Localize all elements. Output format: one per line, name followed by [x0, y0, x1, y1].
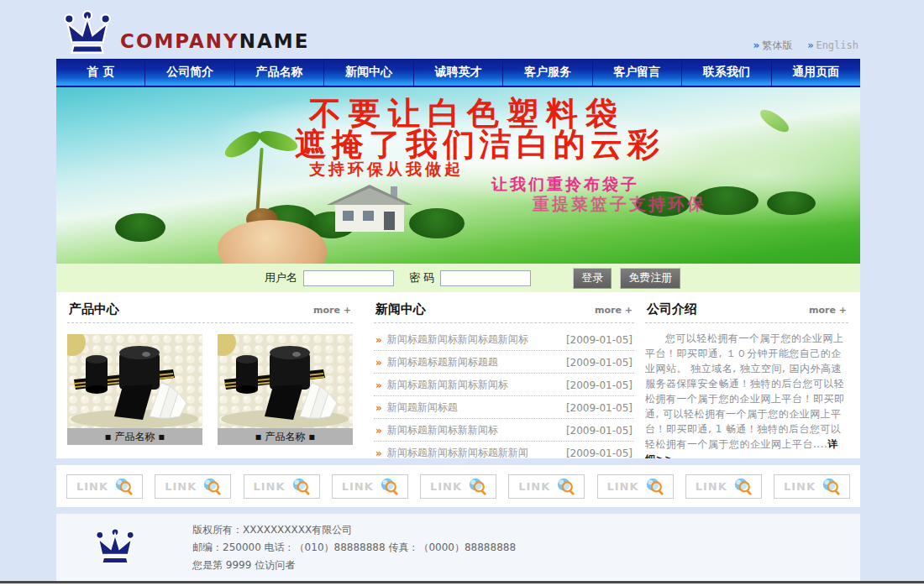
news-more-link[interactable]: more + [595, 305, 633, 316]
main-nav: 首 页 公司简介 产品名称 新闻中心 诚聘英才 客户服务 客户留言 联系我们 通… [56, 59, 860, 87]
nav-item-about[interactable]: 公司简介 [144, 59, 234, 86]
hero-banner: 不要让白色塑料袋 遮掩了我们洁白的云彩 支持环保从我做起 让我们重拎布袋子 重提… [56, 87, 860, 264]
news-item[interactable]: » 新闻标题新闻标新闻标题新闻标 [2009-01-05] [374, 328, 634, 351]
site-header: COMPANYNAME »繁体版 »English [56, 8, 860, 59]
visitor-counter: 您是第 9999 位访问者 [192, 557, 516, 574]
friend-link[interactable]: LINK [508, 474, 585, 499]
nav-item-service[interactable]: 客户服务 [502, 59, 591, 86]
news-date: [2009-01-05] [566, 357, 633, 369]
company-intro-header: 公司介绍 more + [645, 292, 848, 323]
contact-line: 邮编：250000 电话：（010）88888888 传真：（0000）8888… [192, 539, 516, 557]
tree-shape [115, 213, 165, 242]
language-switcher: »繁体版 »English [742, 39, 858, 53]
tree-shape [409, 208, 465, 238]
friend-links-strip: LINK LINK LINK LINK [56, 465, 860, 507]
nav-item-feedback[interactable]: 客户留言 [592, 59, 681, 86]
globe-search-icon [645, 477, 664, 495]
friend-link[interactable]: LINK [155, 474, 231, 499]
copyright-line: 版权所有：XXXXXXXXXX有限公司 [192, 521, 516, 539]
company-intro-title: 公司介绍 [647, 301, 697, 317]
product-card[interactable]: ▪ 产品名称 ▪ [67, 334, 202, 445]
leaf-shape [222, 125, 264, 163]
arrow-icon: » [375, 379, 382, 391]
news-date: [2009-01-05] [566, 334, 633, 346]
double-arrow-icon: » [807, 39, 813, 51]
nav-item-products[interactable]: 产品名称 [234, 59, 323, 86]
banner-subline: 支持环保从我做起 [309, 159, 464, 181]
arrow-icon: » [375, 357, 382, 369]
company-intro-text: 您可以轻松拥有一个属于您的企业网上平台！即买即通, １０分钟开能您自己的企业网站… [645, 331, 848, 458]
product-card[interactable]: ▪ 产品名称 ▪ [218, 334, 353, 445]
nav-item-jobs[interactable]: 诚聘英才 [413, 59, 502, 86]
product-caption: ▪ 产品名称 ▪ [67, 428, 202, 445]
friend-link[interactable]: LINK [66, 474, 143, 499]
news-center-header: 新闻中心 more + [374, 292, 634, 323]
password-label: 密 码 [409, 270, 434, 285]
globe-search-icon [822, 477, 840, 495]
news-date: [2009-01-05] [566, 402, 633, 414]
tree-shape [767, 191, 816, 215]
friend-link[interactable]: LINK [597, 474, 674, 499]
nav-item-contact[interactable]: 联系我们 [681, 59, 770, 86]
brand-company: COMPANY [120, 30, 239, 52]
product-photo [218, 334, 353, 428]
arrow-icon: » [375, 447, 382, 459]
banner-slogan-2: 重提菜篮子支持环保 [533, 193, 706, 216]
news-center-title: 新闻中心 [375, 301, 426, 317]
globe-search-icon [733, 477, 752, 495]
nav-item-news[interactable]: 新闻中心 [323, 59, 412, 86]
news-item[interactable]: » 新闻标题标题新闻标题题 [2009-01-05] [374, 351, 634, 374]
login-bar: 用户名 密 码 登录 免费注册 [56, 264, 860, 292]
globe-search-icon [291, 477, 310, 495]
hands-shape [218, 220, 327, 264]
about-more-link[interactable]: more + [809, 305, 847, 316]
company-intro-section: 公司介绍 more + 您可以轻松拥有一个属于您的企业网上平台！即买即通, １０… [645, 292, 848, 458]
product-center-title: 产品中心 [69, 301, 119, 317]
arrow-icon: » [375, 402, 382, 414]
news-date: [2009-01-05] [566, 379, 633, 391]
main-content: 产品中心 more + [56, 292, 860, 458]
news-item[interactable]: » 新闻标题新闻标新闻标题新新闻 [2009-01-05] [374, 442, 634, 458]
crown-logo-icon[interactable] [61, 10, 113, 57]
username-input[interactable] [303, 270, 394, 286]
friend-link[interactable]: LINK [774, 474, 850, 499]
news-item[interactable]: » 新闻题新闻标题 [2009-01-05] [374, 396, 634, 419]
product-caption: ▪ 产品名称 ▪ [218, 428, 353, 445]
product-center-header: 产品中心 more + [67, 292, 353, 323]
lang-traditional-link[interactable]: »繁体版 [753, 39, 793, 51]
password-input[interactable] [440, 270, 531, 286]
product-center-section: 产品中心 more + [67, 292, 353, 458]
globe-search-icon [380, 477, 398, 495]
globe-search-icon [202, 477, 221, 495]
page-container: COMPANYNAME »繁体版 »English 首 页 公司简介 产品名称 … [56, 8, 860, 581]
news-list: » 新闻标题新闻标新闻标题新闻标 [2009-01-05] » 新闻标题标题新闻… [374, 328, 634, 458]
arrow-icon: » [375, 334, 382, 346]
footer-text: 版权所有：XXXXXXXXXX有限公司 邮编：250000 电话：（010）88… [192, 521, 516, 574]
news-item[interactable]: » 新闻标题新闻新闻标新闻标 [2009-01-05] [374, 374, 634, 396]
friend-link[interactable]: LINK [685, 474, 762, 499]
site-footer: 版权所有：XXXXXXXXXX有限公司 邮编：250000 电话：（010）88… [56, 514, 860, 581]
news-item[interactable]: » 新闻标题新闻标新新闻标 [2009-01-05] [374, 419, 634, 442]
products-more-link[interactable]: more + [313, 305, 351, 316]
friend-link[interactable]: LINK [420, 474, 496, 499]
news-center-section: 新闻中心 more + » 新闻标题新闻标新闻标题新闻标 [2009-01-05… [374, 292, 634, 458]
product-photo [67, 334, 202, 428]
leaf-icon [757, 107, 793, 135]
product-list: ▪ 产品名称 ▪ [67, 334, 353, 445]
company-name-title: COMPANYNAME [120, 30, 309, 52]
arrow-icon: » [375, 425, 382, 437]
lang-english-link[interactable]: »English [807, 39, 858, 51]
globe-search-icon [468, 477, 486, 495]
friend-link[interactable]: LINK [244, 474, 320, 499]
crown-logo-icon [93, 527, 137, 568]
friend-link[interactable]: LINK [332, 474, 408, 499]
register-button[interactable]: 免费注册 [620, 268, 680, 289]
login-button[interactable]: 登录 [573, 268, 612, 289]
double-arrow-icon: » [753, 39, 760, 51]
stem-shape [255, 148, 263, 213]
nav-item-home[interactable]: 首 页 [56, 59, 144, 86]
globe-search-icon [114, 477, 133, 495]
news-date: [2009-01-05] [566, 425, 633, 437]
nav-item-general[interactable]: 通用页面 [771, 59, 860, 86]
username-label: 用户名 [265, 270, 297, 285]
